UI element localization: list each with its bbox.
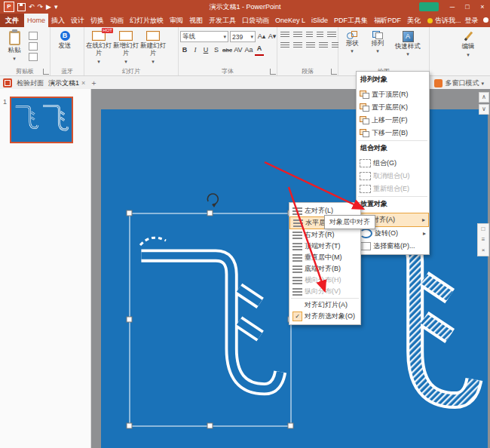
text-shadow-button[interactable]: S xyxy=(212,45,221,55)
underline-button[interactable]: U xyxy=(201,45,210,55)
tab-home[interactable]: Home xyxy=(24,14,48,27)
share-button[interactable]: 共享 xyxy=(483,16,490,26)
grow-font-button[interactable]: A▴ xyxy=(257,32,266,41)
slides-group: HOT 在线幻灯片 ▾ 新增幻灯片 ▾ 新建幻灯片 ▾ 幻灯片 xyxy=(84,27,179,75)
cut-icon[interactable] xyxy=(29,32,38,40)
font-dialog-launcher-icon[interactable] xyxy=(270,69,276,75)
tell-me-box[interactable]: 告诉我... xyxy=(424,14,465,27)
tab-beautify[interactable]: 美化 xyxy=(404,14,424,27)
font-name-caret-icon: ▾ xyxy=(223,34,226,39)
menu-separator xyxy=(358,140,427,141)
italic-button[interactable]: I xyxy=(191,45,200,55)
columns-icon[interactable] xyxy=(332,42,338,49)
slide-thumbnail[interactable] xyxy=(10,97,73,143)
save-icon[interactable] xyxy=(17,3,26,11)
editing-button[interactable]: 编辑 ▾ xyxy=(455,29,481,57)
shapes-button[interactable]: 形状 ▾ xyxy=(340,29,364,54)
tab-view[interactable]: 视图 xyxy=(186,14,206,27)
bold-button[interactable]: B xyxy=(180,45,189,55)
doc-tab-presentation[interactable]: 演示文稿1 × xyxy=(48,78,85,88)
character-spacing-button[interactable]: AV xyxy=(234,45,243,55)
paste-caret-icon[interactable]: ▾ xyxy=(13,56,16,61)
bullets-icon[interactable] xyxy=(280,32,289,38)
redo-icon[interactable]: ↷ xyxy=(38,0,44,14)
menu-item-send-backward[interactable]: 下移一层(B) xyxy=(357,127,429,140)
collapse-up-icon[interactable]: ∧ xyxy=(479,92,489,103)
online-slides-button[interactable]: HOT 在线幻灯片 ▾ xyxy=(86,29,112,64)
paste-button[interactable]: 粘贴 ▾ xyxy=(2,29,27,61)
side-tool-close-icon[interactable]: × xyxy=(479,246,488,255)
new-doc-tab-button[interactable]: ＋ xyxy=(90,78,97,88)
multi-window-caret-icon: ▾ xyxy=(481,81,484,86)
increase-indent-icon[interactable] xyxy=(317,32,323,38)
submenu-item-align-selected-objects[interactable]: ✓ 对齐所选对象(O) xyxy=(289,311,360,322)
add-slide-button[interactable]: 新增幻灯片 ▾ xyxy=(113,29,139,64)
menu-item-bring-to-front[interactable]: 置于顶层(R) xyxy=(357,88,429,101)
arrange-button[interactable]: 排列 ▾ xyxy=(366,29,390,54)
numbering-icon[interactable] xyxy=(293,32,302,38)
align-center-icon[interactable] xyxy=(293,42,302,49)
sign-in-button[interactable]: 登录 xyxy=(465,16,479,26)
tab-slideshow[interactable]: 幻灯片放映 xyxy=(127,14,167,27)
paragraph-group: 段落 xyxy=(277,27,338,75)
maximize-button[interactable]: □ xyxy=(460,0,475,14)
tab-transitions[interactable]: 切换 xyxy=(87,14,107,27)
multi-window-button[interactable]: 多窗口模式 xyxy=(445,78,479,88)
change-case-button[interactable]: Aa xyxy=(244,45,253,55)
close-button[interactable]: × xyxy=(475,0,490,14)
send-button[interactable]: B 发送 xyxy=(52,29,78,50)
submenu-item-distribute-horizontally[interactable]: 横向分布(H) xyxy=(289,275,360,286)
align-left-icon[interactable] xyxy=(280,42,289,49)
menu-item-bring-forward[interactable]: 上移一层(F) xyxy=(357,114,429,127)
tab-pdf-tools[interactable]: PDF工具集 xyxy=(331,14,371,27)
doc-tab-close-icon[interactable]: × xyxy=(81,79,85,87)
side-tool-shape-icon[interactable]: □ xyxy=(479,225,488,234)
doc-tab-cover[interactable]: 检验封面 xyxy=(17,78,44,88)
clipboard-dialog-launcher-icon[interactable] xyxy=(43,69,49,75)
strikethrough-button[interactable]: abc xyxy=(222,45,232,55)
shrink-font-button[interactable]: A▾ xyxy=(268,32,277,41)
tab-onekey[interactable]: OneKey L xyxy=(272,14,308,27)
format-painter-icon[interactable] xyxy=(29,53,38,61)
font-color-button[interactable]: A xyxy=(255,44,264,56)
align-right-icon[interactable] xyxy=(306,42,315,49)
tab-insert[interactable]: 插入 xyxy=(48,14,68,27)
start-slideshow-icon[interactable]: ▶ xyxy=(46,0,51,14)
doc-home-icon[interactable] xyxy=(3,78,12,87)
menu-item-regroup[interactable]: 重新组合(E) xyxy=(357,183,429,195)
submenu-item-distribute-vertically[interactable]: 纵向分布(V) xyxy=(289,286,360,297)
font-name-select[interactable]: 等线 ▾ xyxy=(180,31,228,42)
tab-design[interactable]: 设计 xyxy=(68,14,87,27)
distribute-horizontal-icon xyxy=(292,277,302,284)
submenu-item-align-top[interactable]: 顶端对齐(T) xyxy=(289,241,360,252)
undo-icon[interactable]: ↶ xyxy=(29,0,35,14)
collapse-down-icon[interactable]: ∨ xyxy=(479,104,489,115)
paragraph-dialog-launcher-icon[interactable] xyxy=(331,69,337,75)
qat-customize-caret-icon[interactable]: ▾ xyxy=(54,0,58,14)
tab-islide[interactable]: iSlide xyxy=(308,14,331,27)
line-spacing-icon[interactable] xyxy=(327,32,336,38)
submenu-item-align-bottom[interactable]: 底端对齐(B) xyxy=(289,263,360,275)
tab-file[interactable]: 文件 xyxy=(0,14,24,27)
menu-item-selection-pane[interactable]: 选择窗格(P)... xyxy=(357,240,429,253)
tab-animations[interactable]: 动画 xyxy=(107,14,127,27)
quick-styles-button[interactable]: A 快速样式 ▾ xyxy=(391,29,424,57)
justify-icon[interactable] xyxy=(319,42,328,49)
tab-review[interactable]: 审阅 xyxy=(167,14,186,27)
font-size-select[interactable]: 239 ▾ xyxy=(230,31,256,42)
addin-chip-icon[interactable] xyxy=(419,2,439,11)
side-tool-list-icon[interactable]: ≡ xyxy=(479,235,488,244)
tab-pocket-animation[interactable]: 口袋动画 xyxy=(239,14,272,27)
copy-icon[interactable] xyxy=(29,42,38,51)
decrease-indent-icon[interactable] xyxy=(306,32,313,38)
tab-developer[interactable]: 开发工具 xyxy=(206,14,239,27)
minimize-button[interactable]: ─ xyxy=(445,0,460,14)
menu-item-ungroup[interactable]: 取消组合(U) xyxy=(357,170,429,183)
submenu-item-align-middle[interactable]: 垂直居中(M) xyxy=(289,252,360,263)
new-slide-button[interactable]: 新建幻灯片 ▾ xyxy=(140,29,166,64)
menu-item-send-to-back[interactable]: 置于底层(K) xyxy=(357,101,429,114)
submenu-item-align-to-slide[interactable]: 对齐幻灯片(A) xyxy=(289,299,360,311)
submenu-item-align-right[interactable]: 右对齐(R) xyxy=(289,229,360,241)
menu-item-group[interactable]: 组合(G) xyxy=(357,157,429,170)
tab-foxit-pdf[interactable]: 福昕PDF xyxy=(371,14,404,27)
